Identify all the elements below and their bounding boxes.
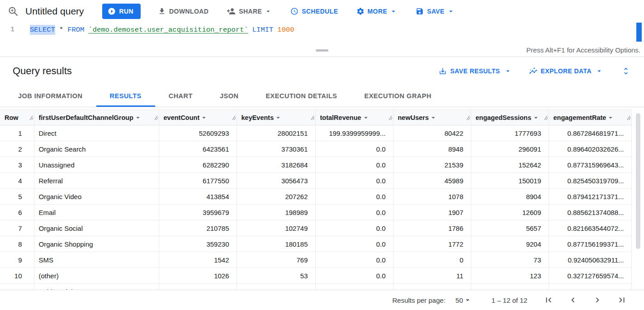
sort-dropdown-icon[interactable] [606,114,615,122]
table-row: 5Organic Video4138542072620.0107889040.8… [0,189,631,205]
sort-dropdown-icon[interactable] [134,114,142,122]
data-cell: 0.0 [315,141,393,157]
column-header-engagementrate[interactable]: engagementRate [549,110,631,125]
table-row: 1Direct5260929328002151199.9399959999...… [0,125,631,141]
tab-execution-graph[interactable]: EXECUTION GRAPH [351,85,445,107]
page-size-select[interactable]: 50 [455,296,472,304]
table-scrollbar-thumb[interactable] [636,113,640,249]
run-button[interactable]: RUN [102,4,141,19]
table-body: 1Direct5260929328002151199.9399959999...… [0,125,631,290]
editor-scrollbar-thumb[interactable] [636,23,642,42]
last-page-button[interactable] [617,295,627,305]
tab-chart[interactable]: CHART [155,85,206,107]
query-toolbar: Untitled query RUN DOWNLOAD SHARE SCHE [0,0,644,23]
explore-data-button[interactable]: EXPLORE DATA [529,67,603,75]
tab-results[interactable]: RESULTS [96,85,155,107]
column-header-keyevents[interactable]: keyEvents [237,110,315,125]
column-resize-handle[interactable] [388,115,393,120]
data-cell: 6282290 [159,157,237,173]
data-cell: SMS [34,252,159,268]
bigquery-query-icon [7,5,19,17]
page-size-value: 50 [455,296,463,304]
save-icon [416,7,424,15]
sort-dropdown-icon[interactable] [429,114,437,122]
data-cell: 80422 [393,125,471,141]
line-number: 1 [0,25,22,35]
save-alt-icon [439,67,447,75]
data-cell: 0.0 [315,220,393,236]
row-number-cell: 7 [0,220,34,236]
data-cell: 152642 [471,157,549,173]
first-page-icon [544,295,554,305]
data-cell: Organic Search [34,141,159,157]
sort-dropdown-icon[interactable] [274,114,282,122]
data-cell: 6423561 [159,141,237,157]
data-cell: Referral [34,173,159,189]
more-button[interactable]: MORE [351,4,403,19]
splitter-drag-handle[interactable] [316,49,328,52]
tab-json[interactable]: JSON [206,85,252,107]
data-cell: 12609 [471,205,549,220]
data-cell: 3730361 [237,141,315,157]
previous-page-button[interactable] [568,295,578,305]
sql-token-limit-value: 1000 [277,25,294,35]
sql-code-line[interactable]: SELECT*FROM`demo.demoset.user_acquisitio… [30,25,298,35]
column-resize-handle[interactable] [310,115,315,120]
table-row: 9SMS15427690.00730.924050632911... [0,252,631,268]
sql-token-table-ref[interactable]: `demo.demoset.user_acquisition_report` [88,25,248,35]
tab-execution-details[interactable]: EXECUTION DETAILS [252,85,350,107]
sort-dropdown-icon[interactable] [362,114,370,122]
unfold-more-icon [621,67,630,76]
first-page-button[interactable] [544,295,554,305]
save-button[interactable]: SAVE [410,4,460,19]
column-header-firstuserdefaultchannelgroup[interactable]: firstUserDefaultChannelGroup [34,110,159,125]
column-header-row[interactable]: Row [0,110,34,125]
data-cell: 28002151 [237,125,315,141]
data-cell: 0.867284681971... [549,125,631,141]
data-cell: 52609293 [159,125,237,141]
column-header-eventcount[interactable]: eventCount [159,110,237,125]
row-number-cell: 10 [0,268,34,284]
sort-dropdown-icon[interactable] [532,114,540,122]
data-cell: 199.9399959999... [315,125,393,141]
table-row: 3Unassigned628229031826840.0215391526420… [0,157,631,173]
row-number-cell: 6 [0,205,34,220]
column-resize-handle[interactable] [544,115,548,120]
save-results-label: SAVE RESULTS [450,67,500,75]
table-vertical-scrollbar[interactable] [631,110,644,290]
column-resize-handle[interactable] [626,115,631,120]
download-button[interactable]: DOWNLOAD [152,4,214,19]
gear-icon [356,7,365,15]
editor-scrollbar[interactable] [636,23,642,45]
row-number-cell: 9 [0,252,34,268]
person-add-icon [227,7,236,16]
share-button[interactable]: SHARE [221,4,278,19]
row-number-cell: 2 [0,141,34,157]
column-resize-handle[interactable] [466,115,470,120]
data-cell: 5657 [471,220,549,236]
sort-dropdown-icon[interactable] [200,114,208,122]
data-cell: Unassigned [34,157,159,173]
save-results-button[interactable]: SAVE RESULTS [439,67,512,75]
chevron-down-icon [264,7,272,15]
table-row: 4Referral617755030564730.0459891500190.8… [0,173,631,189]
sql-token-from: FROM [67,25,84,35]
sql-editor[interactable]: 1 SELECT*FROM`demo.demoset.user_acquisit… [0,23,644,45]
column-resize-handle[interactable] [29,115,33,120]
data-cell: 0.0 [315,173,393,189]
tab-job-information[interactable]: JOB INFORMATION [5,85,96,107]
pager-controls [544,295,627,305]
column-header-newusers[interactable]: newUsers [393,110,471,125]
insights-chart-icon [529,67,537,75]
chevron-left-icon [568,295,578,305]
expand-results-button[interactable] [620,66,631,76]
data-cell: Organic Video [34,189,159,205]
table-row: 11Paid Social9371940.0061.0 [0,284,631,290]
column-resize-handle[interactable] [154,115,158,120]
column-header-engagedsessions[interactable]: engagedSessions [471,110,549,125]
column-resize-handle[interactable] [232,115,236,120]
schedule-button[interactable]: SCHEDULE [285,4,343,19]
column-header-totalrevenue[interactable]: totalRevenue [315,110,393,125]
row-number-cell: 3 [0,157,34,173]
next-page-button[interactable] [592,295,602,305]
